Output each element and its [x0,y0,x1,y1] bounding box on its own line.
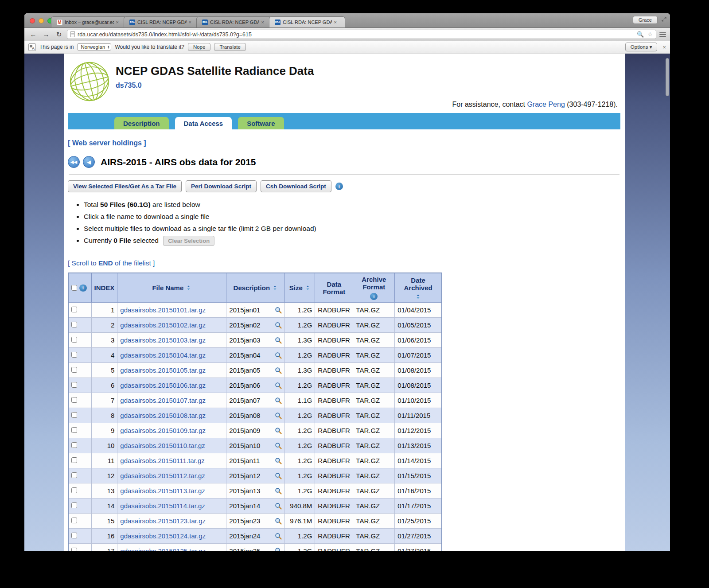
file-link[interactable]: gdasairsobs.20150103.tar.gz [120,336,206,344]
file-link[interactable]: gdasairsobs.20150101.tar.gz [120,306,206,314]
magnifier-icon[interactable] [275,352,282,359]
row-checkbox[interactable] [71,487,77,493]
close-window-button[interactable] [30,18,35,23]
minimize-window-button[interactable] [39,18,44,23]
tab-close-icon[interactable]: × [116,20,119,25]
sort-icon[interactable] [272,285,278,291]
row-checkbox[interactable] [71,307,77,312]
file-link[interactable]: gdasairsobs.20150104.tar.gz [120,351,206,359]
zoom-icon[interactable]: 🔍 [637,31,644,38]
file-link[interactable]: gdasairsobs.20150106.tar.gz [120,382,206,389]
sort-icon[interactable] [186,285,191,291]
file-link[interactable]: gdasairsobs.20150107.tar.gz [120,397,206,404]
row-checkbox[interactable] [71,502,77,508]
file-link[interactable]: gdasairsobs.20150123.tar.gz [120,517,206,525]
magnifier-icon[interactable] [275,533,282,540]
magnifier-icon[interactable] [275,442,282,449]
row-checkbox[interactable] [71,427,77,433]
address-bar[interactable]: rda.ucar.edu/datasets/ds735.0/index.html… [67,30,656,39]
view-selected-files-button[interactable]: View Selected Files/Get As a Tar File [68,180,182,192]
magnifier-icon[interactable] [275,412,282,419]
scroll-to-end-link[interactable]: [ Scroll to END of the filelist ] [68,259,155,267]
previous-page-icon[interactable]: ◀ [83,156,95,168]
magnifier-icon[interactable] [275,382,282,389]
info-icon[interactable]: i [335,183,343,190]
options-button[interactable]: Options ▾ [625,43,658,51]
forward-icon[interactable]: → [41,31,51,38]
header-size[interactable]: Size [285,273,315,303]
tab-rda-2[interactable]: RDA CISL RDA: NCEP GDAS Sate × [196,16,273,27]
clear-selection-button[interactable]: Clear Selection [163,236,214,246]
header-index[interactable]: INDEX [91,273,117,303]
magnifier-icon[interactable] [275,307,282,314]
file-link[interactable]: gdasairsobs.20150112.tar.gz [120,472,205,479]
info-icon[interactable]: i [370,293,378,300]
magnifier-icon[interactable] [275,322,282,329]
sort-icon[interactable] [415,294,421,300]
magnifier-icon[interactable] [275,337,282,344]
file-link[interactable]: gdasairsobs.20150108.tar.gz [120,412,206,419]
scrollbar-thumb[interactable] [666,58,669,96]
row-checkbox[interactable] [71,322,77,327]
select-all-checkbox[interactable] [71,285,77,291]
magnifier-icon[interactable] [275,487,282,495]
translate-button[interactable]: Translate [214,43,246,51]
reload-icon[interactable]: ↻ [54,31,64,39]
magnifier-icon[interactable] [275,518,282,525]
magnifier-icon[interactable] [275,457,282,464]
magnifier-icon[interactable] [275,427,282,434]
nope-button[interactable]: Nope [188,43,211,51]
file-link[interactable]: gdasairsobs.20150113.tar.gz [120,487,205,495]
row-checkbox[interactable] [71,382,77,388]
back-icon[interactable]: ← [28,31,38,38]
row-checkbox[interactable] [71,533,77,538]
close-bar-icon[interactable]: × [662,44,666,51]
tab-close-icon[interactable]: × [261,20,264,25]
file-link[interactable]: gdasairsobs.20150109.tar.gz [120,427,206,434]
web-server-holdings-link[interactable]: [ Web server holdings ] [68,139,146,147]
magnifier-icon[interactable] [275,502,282,510]
page-scrollbar[interactable] [665,55,669,549]
file-link[interactable]: gdasairsobs.20150125.tar.gz [120,547,206,551]
perl-download-script-button[interactable]: Perl Download Script [186,180,257,192]
header-file-name[interactable]: File Name [117,273,226,303]
row-checkbox[interactable] [71,337,77,343]
header-description[interactable]: Description [226,273,285,303]
magnifier-icon[interactable] [275,472,282,479]
file-link[interactable]: gdasairsobs.20150114.tar.gz [120,502,205,510]
row-checkbox[interactable] [71,352,77,358]
info-icon[interactable]: i [79,284,87,292]
bookmark-star-icon[interactable]: ☆ [647,31,653,38]
tab-software[interactable]: Software [238,117,284,129]
tab-data-access[interactable]: Data Access [175,117,232,129]
file-link[interactable]: gdasairsobs.20150110.tar.gz [120,442,205,449]
menu-icon[interactable] [659,32,666,37]
sort-icon[interactable] [305,285,311,291]
csh-download-script-button[interactable]: Csh Download Script [261,180,331,192]
profile-button[interactable]: Grace [633,16,658,24]
tab-close-icon[interactable]: × [334,20,337,25]
row-checkbox[interactable] [71,442,77,448]
row-checkbox[interactable] [71,548,77,551]
tab-close-icon[interactable]: × [189,20,191,25]
row-checkbox[interactable] [71,397,77,403]
file-link[interactable]: gdasairsobs.20150111.tar.gz [120,457,204,464]
tab-inbox[interactable]: M Inbox – grace@ucar.edu × [51,16,127,27]
tab-rda-1[interactable]: RDA CISL RDA: NCEP GDAS Sate × [124,16,200,27]
file-link[interactable]: gdasairsobs.20150124.tar.gz [120,532,206,540]
row-checkbox[interactable] [71,457,77,463]
language-select[interactable]: Norwegian ▴▾ [77,43,111,51]
dataset-id-link[interactable]: ds735.0 [116,82,620,90]
magnifier-icon[interactable] [275,397,282,404]
url-text[interactable]: rda.ucar.edu/datasets/ds735.0/index.html… [78,31,634,38]
header-date-archived[interactable]: Date Archived [395,273,442,303]
magnifier-icon[interactable] [275,367,282,374]
row-checkbox[interactable] [71,412,77,418]
fullscreen-icon[interactable] [662,17,666,22]
row-checkbox[interactable] [71,367,77,373]
magnifier-icon[interactable] [275,547,282,551]
tab-description[interactable]: Description [114,117,169,129]
contact-link[interactable]: Grace Peng [527,101,565,108]
tab-rda-active[interactable]: RDA CISL RDA: NCEP GDAS Sate × [269,16,345,27]
file-link[interactable]: gdasairsobs.20150105.tar.gz [120,366,206,374]
